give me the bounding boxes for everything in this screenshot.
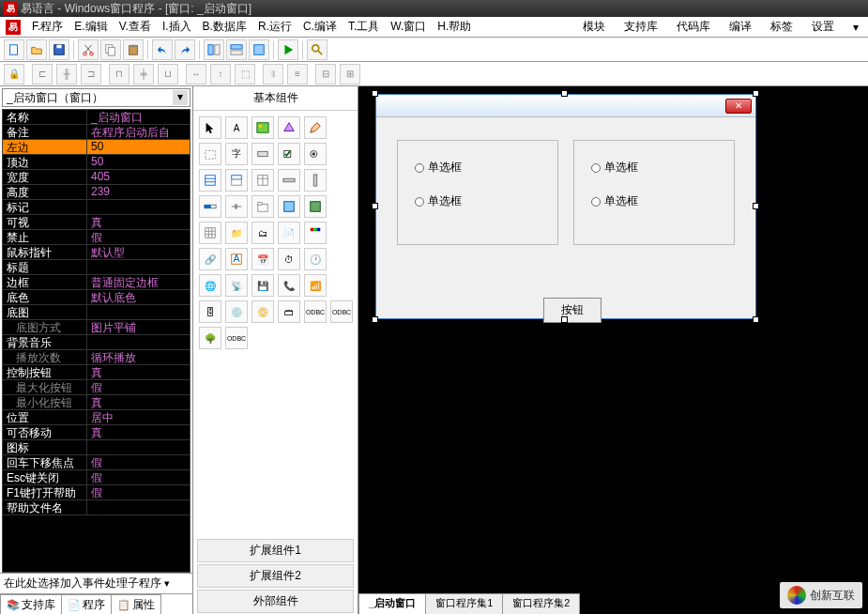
tb-hspace-icon[interactable]: ⫴ [263, 64, 283, 84]
radio-3[interactable]: 单选框 [591, 160, 638, 176]
comp-net1-icon[interactable]: 🌐 [199, 274, 221, 297]
comp-db4-icon[interactable]: 🗃 [278, 300, 300, 323]
tb-same-width-icon[interactable]: ↔ [186, 64, 206, 84]
tb-new-icon[interactable] [4, 39, 24, 60]
comp-listview-icon[interactable] [251, 169, 274, 192]
tb-copy-icon[interactable] [100, 39, 121, 60]
property-row[interactable]: 最小化按钮真 [3, 395, 190, 410]
resize-handle[interactable] [561, 90, 568, 97]
comp-grid-icon[interactable] [199, 222, 221, 244]
palette-external-button[interactable]: 外部组件 [197, 590, 354, 613]
comp-net4-icon[interactable]: 📞 [278, 274, 300, 297]
comp-combobox-icon[interactable] [225, 169, 248, 192]
tab-startwindow[interactable]: _启动窗口 [358, 593, 426, 614]
property-row[interactable]: 最大化按钮假 [3, 380, 190, 395]
comp-link-icon[interactable]: 🔗 [199, 248, 221, 270]
property-row[interactable]: 底图 [3, 305, 190, 320]
comp-timer-icon[interactable]: ⏱ [278, 248, 300, 270]
comp-draw-icon[interactable] [304, 116, 327, 139]
comp-checkbox-icon[interactable] [278, 143, 300, 165]
comp-tab-icon[interactable] [251, 195, 274, 218]
radio-4[interactable]: 单选框 [591, 193, 638, 209]
property-row[interactable]: 鼠标指针默认型 [3, 245, 190, 260]
property-row[interactable]: F1键打开帮助假 [3, 485, 190, 500]
comp-net5-icon[interactable]: 📶 [304, 274, 327, 297]
tb-window1-icon[interactable] [204, 39, 224, 60]
tb-same-height-icon[interactable]: ↕ [210, 64, 231, 84]
comp-button-icon[interactable] [251, 143, 274, 165]
comp-calendar-icon[interactable]: 📅 [251, 248, 274, 270]
tb-paste-icon[interactable] [123, 39, 144, 60]
comp-listbox-icon[interactable] [199, 169, 221, 192]
property-row[interactable]: 图标 [3, 440, 190, 455]
tb-open-icon[interactable] [26, 39, 47, 60]
tb-find-icon[interactable] [307, 39, 327, 60]
property-row[interactable]: 位置居中 [3, 410, 190, 425]
property-row[interactable]: 备注在程序启动后自 [3, 125, 190, 140]
menu-codebase[interactable]: 代码库 [673, 17, 714, 37]
menu-insert[interactable]: I.插入 [159, 17, 195, 37]
menu-module[interactable]: 模块 [579, 17, 609, 37]
radio-2[interactable]: 单选框 [415, 193, 462, 209]
tb-vspace-icon[interactable]: ≡ [287, 64, 308, 84]
comp-file-icon[interactable]: 📄 [278, 222, 300, 244]
property-row[interactable]: 底色默认底色 [3, 290, 190, 305]
comp-picture-icon[interactable] [251, 116, 274, 139]
comp-tree-icon[interactable]: 🌳 [199, 327, 221, 349]
groupbox-2[interactable]: 单选框 单选框 [573, 140, 735, 245]
tab-support-lib[interactable]: 📚 支持库 [0, 594, 62, 614]
comp-odbc2-icon[interactable]: ODBC [330, 300, 353, 323]
property-row[interactable]: 回车下移焦点假 [3, 455, 190, 470]
comp-db1-icon[interactable]: 🗄 [199, 300, 221, 323]
property-row[interactable]: 播放次数循环播放 [3, 350, 190, 365]
property-row[interactable]: 帮助文件名 [3, 500, 190, 515]
menu-compile-r[interactable]: 编译 [725, 17, 755, 37]
property-row[interactable]: 左边50 [3, 140, 190, 155]
comp-label-icon[interactable]: A [225, 116, 248, 139]
comp-pointer-icon[interactable] [199, 116, 221, 139]
comp-groupbox-icon[interactable] [199, 143, 221, 165]
resize-handle[interactable] [372, 90, 378, 97]
menu-view[interactable]: V.查看 [115, 17, 155, 37]
tb-align-center-h-icon[interactable]: ╫ [56, 64, 77, 84]
tb-align-middle-icon[interactable]: ╪ [133, 64, 154, 84]
menu-edit[interactable]: E.编辑 [70, 17, 111, 37]
comp-odbc1-icon[interactable]: ODBC [304, 300, 327, 323]
tb-same-size-icon[interactable]: ⬚ [235, 64, 255, 84]
menu-settings[interactable]: 设置 [808, 17, 838, 37]
tb-lock-icon[interactable]: 🔒 [4, 64, 24, 84]
menu-database[interactable]: B.数据库 [199, 17, 251, 37]
menu-run[interactable]: R.运行 [254, 17, 296, 37]
property-row[interactable]: 顶边50 [3, 155, 190, 170]
comp-db2-icon[interactable]: 💿 [225, 300, 248, 323]
comp-folder-icon[interactable]: 🗂 [251, 222, 274, 244]
property-row[interactable]: 可视真 [3, 215, 190, 230]
chevron-down-icon[interactable]: ▾ [173, 90, 188, 105]
comp-vscroll-icon[interactable] [304, 169, 327, 192]
tb-align-bottom-icon[interactable]: ⊔ [158, 64, 178, 84]
resize-handle[interactable] [372, 316, 378, 323]
tb-window3-icon[interactable] [249, 39, 269, 60]
tb-align-left-icon[interactable]: ⊏ [32, 64, 53, 84]
property-row[interactable]: 宽度405 [3, 170, 190, 185]
event-selector[interactable]: 在此处选择加入事件处理子程序 ▾ [0, 573, 192, 593]
tb-center-h-icon[interactable]: ⊟ [315, 64, 336, 84]
tb-align-right-icon[interactable]: ⊐ [81, 64, 101, 84]
comp-shape-icon[interactable] [278, 116, 300, 139]
comp-imagebtn-icon[interactable] [304, 195, 327, 218]
comp-frame-icon[interactable]: 字 [225, 143, 248, 165]
form-button[interactable]: 按钮 [543, 298, 602, 323]
tb-run-icon[interactable] [278, 39, 298, 60]
property-row[interactable]: 高度239 [3, 185, 190, 200]
property-row[interactable]: 禁止假 [3, 230, 190, 245]
object-selector-dropdown[interactable]: _启动窗口（窗口） ▾ [2, 88, 190, 107]
tb-redo-icon[interactable] [175, 39, 195, 60]
property-row[interactable]: Esc键关闭假 [3, 470, 190, 485]
menu-help[interactable]: H.帮助 [434, 17, 475, 37]
design-canvas[interactable]: ✕ 单选框 单选框 单选框 单选框 按钮 _启动窗口 [358, 86, 868, 614]
resize-handle[interactable] [561, 316, 568, 323]
menu-dropdown-icon[interactable]: ▾ [849, 19, 862, 36]
groupbox-1[interactable]: 单选框 单选框 [397, 140, 558, 245]
resize-handle[interactable] [753, 90, 759, 97]
comp-db3-icon[interactable]: 📀 [251, 300, 274, 323]
